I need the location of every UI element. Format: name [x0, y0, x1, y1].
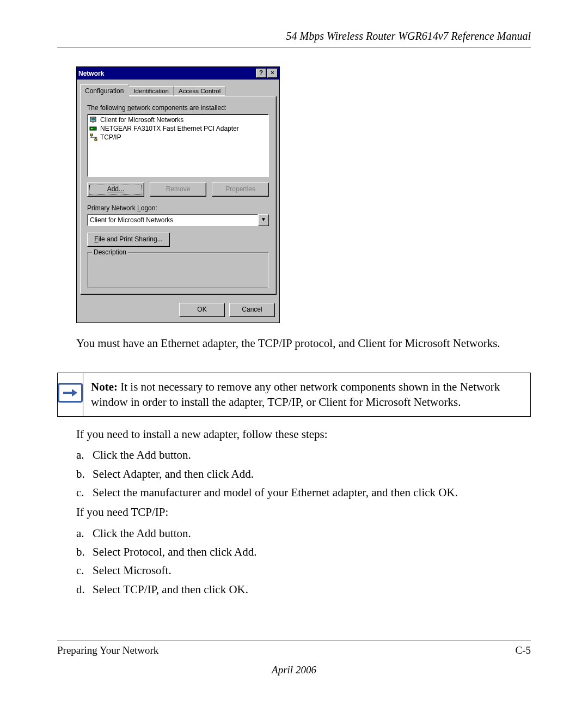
tab-panel: The following network components are ins…	[80, 96, 276, 294]
list-item: a.Click the Add button.	[76, 526, 531, 541]
tab-configuration[interactable]: Configuration	[80, 84, 128, 97]
titlebar: Network ? ×	[77, 67, 279, 80]
footer-date: April 2006	[57, 664, 531, 676]
components-label: The following network components are ins…	[87, 104, 269, 112]
note-text: Note: It is not necessary to remove any …	[83, 373, 530, 416]
note-icon-cell	[58, 373, 83, 416]
document-body: If you need to install a new adapter, fo…	[76, 427, 531, 597]
close-button[interactable]: ×	[267, 69, 278, 78]
list-item: c.Select the manufacturer and model of y…	[76, 485, 531, 500]
description-group: Description	[87, 252, 269, 288]
list-item[interactable]: NETGEAR FA310TX Fast Ethernet PCI Adapte…	[89, 124, 267, 133]
logon-label: Primary Network Logon:	[87, 204, 269, 212]
list-item: b.Select Adapter, and then click Add.	[76, 466, 531, 482]
list-item: a.Click the Add button.	[76, 447, 531, 462]
list-intro: If you need to install a new adapter, fo…	[76, 427, 531, 442]
list-item: c.Select Microsoft.	[76, 563, 531, 578]
svg-rect-9	[95, 139, 97, 141]
list-item-label: Client for Microsoft Networks	[100, 115, 183, 124]
logon-dropdown[interactable]: Client for Microsoft Networks ▼	[87, 214, 269, 226]
protocol-icon	[89, 133, 98, 142]
tab-identification[interactable]: Identification	[128, 86, 174, 96]
add-button[interactable]: Add...	[87, 182, 144, 197]
list-item: b.Select Protocol, and then click Add.	[76, 544, 531, 559]
list-item-label: TCP/IP	[100, 133, 121, 142]
svg-marker-11	[72, 389, 77, 397]
cancel-button[interactable]: Cancel	[229, 303, 275, 317]
dialog-title: Network	[78, 70, 255, 77]
svg-rect-4	[91, 128, 93, 129]
file-print-sharing-button[interactable]: File and Print Sharing...	[87, 233, 170, 247]
list-item-label: NETGEAR FA310TX Fast Ethernet PCI Adapte…	[100, 124, 239, 133]
chevron-down-icon[interactable]: ▼	[258, 214, 269, 226]
network-dialog: Network ? × Configuration Identification…	[76, 66, 280, 323]
adapter-icon	[89, 124, 98, 133]
svg-rect-2	[92, 121, 94, 123]
client-icon	[89, 115, 98, 124]
svg-rect-3	[90, 127, 96, 130]
page-footer: Preparing Your Network C-5 April 2006	[57, 641, 531, 676]
footer-page-number: C-5	[516, 644, 531, 656]
list-item[interactable]: Client for Microsoft Networks	[89, 115, 267, 124]
remove-button: Remove	[150, 182, 207, 197]
description-label: Description	[92, 248, 128, 256]
note-box: Note: It is not necessary to remove any …	[57, 373, 531, 417]
paragraph: You must have an Ethernet adapter, the T…	[76, 336, 531, 351]
svg-rect-8	[90, 134, 93, 136]
arrow-right-icon	[58, 383, 83, 403]
list-item: d.Select TCP/IP, and then click OK.	[76, 582, 531, 597]
help-button[interactable]: ?	[256, 69, 266, 78]
header-rule	[57, 47, 531, 47]
tab-access-control[interactable]: Access Control	[174, 86, 225, 96]
footer-section: Preparing Your Network	[57, 644, 158, 656]
running-header: 54 Mbps Wireless Router WGR614v7 Referen…	[57, 30, 531, 42]
logon-value: Client for Microsoft Networks	[87, 214, 258, 226]
components-listbox[interactable]: Client for Microsoft Networks NETGEAR FA…	[87, 114, 269, 177]
properties-button: Properties	[212, 182, 269, 197]
list-item[interactable]: TCP/IP	[89, 133, 267, 142]
tab-strip: Configuration Identification Access Cont…	[80, 84, 276, 96]
list-intro: If you need TCP/IP:	[76, 504, 531, 520]
footer-rule	[57, 641, 531, 641]
svg-rect-1	[91, 118, 95, 120]
note-label: Note:	[91, 380, 118, 393]
ok-button[interactable]: OK	[179, 303, 225, 317]
